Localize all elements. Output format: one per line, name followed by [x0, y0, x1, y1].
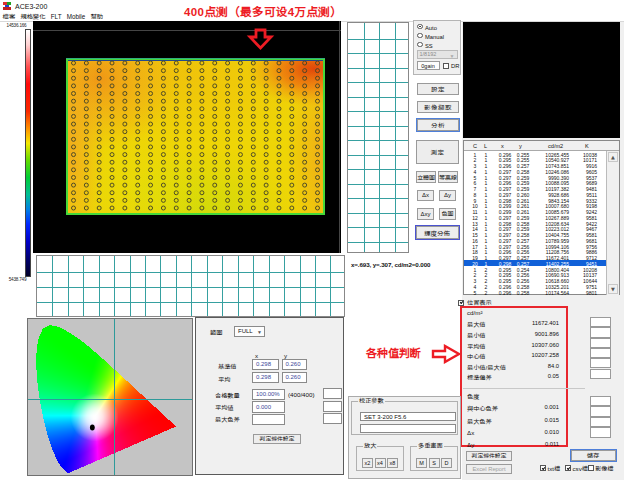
stat-chroma-3-label: Δy	[467, 441, 474, 448]
capture-button[interactable]: 影像擷取	[417, 101, 459, 113]
table-scrollbar[interactable]: ▲▼	[606, 151, 619, 296]
colormap-button[interactable]: 色圖	[439, 208, 456, 220]
grid-line	[364, 23, 365, 252]
indicator-box	[590, 406, 611, 417]
dr-label: DR	[451, 64, 459, 70]
table-rows: 110.2960.25510265.45510038210.2950.25510…	[464, 151, 607, 295]
capture-settings-group: AutoManualSS 1/8192▼ 0gain DR	[413, 20, 461, 75]
table-row[interactable]: 520.2960.25810174.5649801	[464, 289, 607, 295]
scroll-down-icon[interactable]: ▼	[608, 284, 618, 294]
stat-lum-0-value: 11672.401	[499, 320, 559, 326]
pass-note: (400/400)	[288, 391, 315, 398]
save-button[interactable]: 儲存	[571, 450, 616, 461]
radio-ss[interactable]	[417, 42, 423, 48]
indicator-box	[323, 388, 342, 399]
settings-button[interactable]: 設定	[417, 83, 459, 95]
multi-button-S[interactable]: S	[429, 458, 440, 468]
grid-line	[348, 82, 408, 83]
checkbox-label-txt檔: txt檔	[548, 466, 561, 472]
calibration-field-2[interactable]	[360, 424, 456, 433]
range-dropdown[interactable]: FULL▼	[234, 326, 265, 337]
grid-line	[348, 39, 408, 40]
stat-lum-1-value: 9001.896	[499, 331, 559, 337]
excel-report-button[interactable]: Excel Report	[466, 464, 512, 474]
menu-item-3[interactable]: Mobile	[64, 13, 88, 20]
table-cell: 5	[474, 290, 477, 295]
radio-manual[interactable]	[417, 33, 423, 39]
radio-label-manual: Manual	[425, 34, 444, 40]
stat-lum-5-value: 0.05	[499, 373, 559, 379]
measure-button[interactable]: 測定	[416, 140, 459, 164]
grid-line	[348, 169, 408, 170]
judge-condition-button-mid[interactable]: 判定條件設定	[253, 434, 301, 445]
multi-button-M[interactable]: M	[416, 458, 427, 468]
radio-label-ss: SS	[425, 43, 433, 49]
stat-lum-0-label: 最大值	[467, 320, 486, 329]
ref-label: 基準值	[218, 362, 237, 371]
indicator-box	[323, 401, 342, 412]
scroll-up-icon[interactable]: ▲	[608, 152, 618, 162]
stat-chroma-1-value: 0.015	[499, 417, 559, 423]
zoom-button-x2[interactable]: x2	[362, 458, 373, 468]
grid-line	[37, 302, 344, 303]
app-icon	[3, 2, 11, 10]
radio-label-auto: Auto	[425, 25, 437, 31]
luminance-heatmap[interactable]	[66, 58, 325, 215]
annotation-arrow-right-icon	[431, 344, 462, 364]
stats-lum-header-label: cd/m²	[467, 309, 482, 316]
view3d-button[interactable]: 立體圖	[416, 171, 436, 183]
stat-chroma-1-label: 最大色差	[467, 417, 492, 426]
avgdiff-field[interactable]: 0.000	[252, 401, 285, 413]
judge-condition-button[interactable]: 判定條件設定	[466, 451, 512, 462]
maxdiff-field[interactable]	[252, 414, 285, 426]
grid-line	[348, 198, 408, 199]
avg-label: 平均	[218, 375, 230, 384]
zoom-button-x8[interactable]: x8	[387, 458, 398, 468]
menu-item-2[interactable]: FLT	[48, 13, 64, 20]
gain-button[interactable]: 0gain	[417, 61, 440, 70]
coord-readout: x=.693, y=.307, cd/m2=0.000	[351, 262, 430, 268]
camera-image-box[interactable]	[463, 22, 620, 138]
stats-chroma-header-label: 色度	[467, 392, 479, 401]
multi-button-D[interactable]: D	[441, 458, 452, 468]
ref-y-field[interactable]: 0.260	[282, 359, 307, 370]
stat-chroma-3-value: 0.011	[499, 441, 559, 447]
avg-y-field[interactable]: 0.260	[282, 372, 307, 383]
contour-button[interactable]: 等高線	[438, 171, 458, 183]
checkbox-txt檔[interactable]	[540, 465, 546, 471]
pass-field[interactable]: 100.00%	[252, 389, 285, 401]
shutter-select[interactable]: 1/8192▼	[417, 50, 458, 59]
analyze-button[interactable]: 分析	[417, 119, 459, 132]
table-col-K: K	[585, 143, 589, 149]
ref-x-field[interactable]: 0.298	[252, 359, 279, 370]
stat-lum-2-label: 平均值	[467, 342, 486, 351]
position-display-checkbox[interactable]	[458, 300, 464, 306]
checkbox-label-csv檔: csv檔	[573, 466, 588, 472]
radio-auto[interactable]	[417, 24, 423, 30]
delta-xy-button[interactable]: Δxy	[417, 208, 434, 220]
delta-y-button[interactable]: Δy	[439, 190, 456, 202]
annotation-arrow-down-icon	[246, 28, 276, 52]
display-inner-edge	[33, 30, 341, 31]
stat-chroma-0-value: 0.001	[499, 404, 559, 410]
multi-group: 多重畫面 MSD	[410, 446, 458, 471]
stat-lum-2-value: 10307.060	[499, 342, 559, 348]
calibration-field-1[interactable]: SET 3-200 F5.6	[360, 412, 456, 421]
display-inner-edge-right	[339, 21, 340, 253]
zoom-group-title: 放大	[363, 443, 377, 449]
dr-checkbox[interactable]	[443, 63, 449, 69]
checkbox-影像檔[interactable]	[588, 465, 594, 471]
maxdiff-label: 最大色差	[215, 415, 240, 424]
table-col-x: x	[501, 143, 504, 149]
lum-dist-button[interactable]: 輝度分佈	[416, 226, 459, 239]
avg-x-field[interactable]: 0.298	[252, 372, 279, 383]
grid-line	[348, 242, 408, 243]
measurement-table[interactable]: CLxycd/m2K110.2960.25510265.45510038210.…	[463, 140, 620, 295]
table-cell: 9801	[557, 290, 597, 295]
checkbox-csv檔[interactable]	[565, 465, 571, 471]
delta-x-button[interactable]: Δx	[417, 190, 434, 202]
zoom-button-x4[interactable]: x4	[375, 458, 386, 468]
indicator-box	[590, 338, 611, 348]
color-scale-bar	[25, 29, 31, 277]
chevron-down-icon: ▼	[450, 53, 455, 59]
